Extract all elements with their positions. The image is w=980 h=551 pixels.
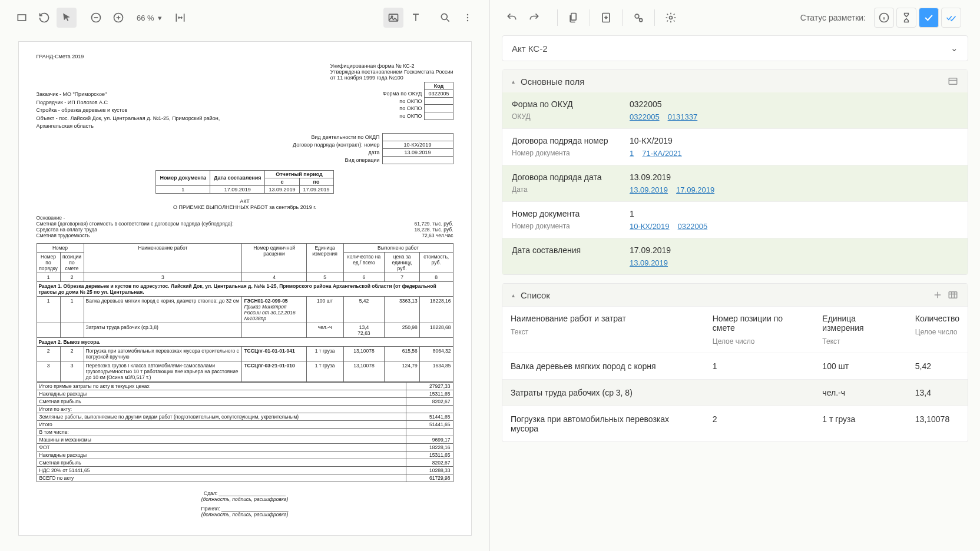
status-info-button[interactable] — [874, 8, 894, 28]
doc-main-table: Номер Наименование работ Номер единичной… — [37, 243, 453, 382]
field-name: Договора подряда номер — [512, 136, 618, 145]
list-cell: 100 шт — [814, 353, 906, 380]
list-cell: Валка деревьев мягких пород с корня — [502, 353, 704, 380]
zoom-in-button[interactable] — [108, 8, 128, 28]
field-name: Номер документа — [512, 209, 618, 218]
status-label: Статус разметки: — [800, 13, 866, 22]
svg-rect-0 — [18, 15, 25, 21]
list-cell — [704, 380, 815, 406]
doc-code-table: Код Форма по ОКУД0322005 по ОКПО по ОКПО… — [379, 82, 453, 120]
right-toolbar: Статус разметки: — [490, 0, 980, 35]
field-link[interactable]: 71-КА/2021 — [642, 149, 682, 158]
field-link[interactable]: 13.09.2019 — [630, 258, 668, 267]
field-row[interactable]: Номер документаНомер документа110-КХ/201… — [502, 201, 968, 238]
status-check-button[interactable] — [919, 8, 939, 28]
copy-doc-button[interactable] — [564, 8, 584, 28]
svg-rect-15 — [949, 78, 957, 85]
doc-totals-table: Итого прямые затраты по акту в текущих ц… — [37, 382, 453, 482]
search-button[interactable] — [435, 8, 455, 28]
ai-button[interactable] — [628, 8, 648, 28]
settings-button[interactable] — [661, 8, 681, 28]
document-page: ГРАНД-Смета 2019 Унифицированная форма №… — [18, 41, 472, 536]
undo-button[interactable] — [502, 8, 522, 28]
status-hourglass-button[interactable] — [896, 8, 916, 28]
list-header[interactable]: ▴ Список — [502, 284, 968, 307]
bbox-tool[interactable] — [12, 8, 32, 28]
field-value: 0322005 — [630, 99, 958, 109]
list-cell: 13,4 — [907, 380, 968, 406]
image-mode-button[interactable] — [383, 8, 403, 28]
layout-icon[interactable] — [948, 76, 958, 87]
add-row-button[interactable] — [932, 290, 943, 300]
svg-point-6 — [467, 14, 469, 16]
status-doublecheck-button[interactable] — [941, 8, 961, 28]
field-link[interactable]: 0322005 — [678, 222, 708, 231]
collapse-icon: ▴ — [512, 78, 515, 85]
list-column-header[interactable]: Номер позиции по сметеЦелое число — [704, 307, 815, 353]
list-column-header[interactable]: Наименование работ и затратТекст — [502, 307, 704, 353]
list-section: ▴ Список Наименование работ и затратТекс… — [502, 283, 968, 442]
main-fields-section: ▴ Основные поля Форма по ОКУДОКУД0322005… — [502, 69, 968, 275]
field-row[interactable]: Форма по ОКУДОКУД032200503220050131337 — [502, 92, 968, 128]
field-value: 17.09.2019 — [630, 245, 958, 255]
redo-button[interactable] — [524, 8, 544, 28]
field-sub: ОКУД — [512, 112, 618, 121]
pointer-tool[interactable] — [57, 8, 77, 28]
list-column-header[interactable]: КоличествоЦелое число — [907, 307, 968, 353]
list-column-header[interactable]: Единица измеренияТекст — [814, 307, 906, 353]
list-table: Наименование работ и затратТекстНомер по… — [502, 307, 968, 442]
list-cell: 1 т груза — [814, 406, 906, 442]
export-doc-button[interactable] — [596, 8, 616, 28]
svg-point-13 — [670, 16, 673, 19]
svg-rect-9 — [571, 14, 576, 21]
list-row[interactable]: Затраты труда рабочих (ср 3, 8)чел.-ч13,… — [502, 380, 968, 406]
svg-point-8 — [467, 20, 469, 22]
field-value: 10-КХ/2019 — [630, 136, 958, 145]
field-link[interactable]: 17.09.2019 — [676, 185, 714, 194]
field-sub: Номер документа — [512, 222, 618, 230]
document-viewport[interactable]: ГРАНД-Смета 2019 Унифицированная форма №… — [0, 35, 489, 551]
svg-point-7 — [467, 17, 469, 19]
rotate-tool[interactable] — [34, 8, 54, 28]
field-link[interactable]: 13.09.2019 — [630, 185, 668, 194]
field-link[interactable]: 0131337 — [668, 112, 698, 121]
table-view-button[interactable] — [948, 290, 958, 300]
text-mode-button[interactable] — [406, 8, 426, 28]
list-cell: 5,42 — [907, 353, 968, 380]
list-cell: чел.-ч — [814, 380, 906, 406]
field-value: 1 — [630, 209, 958, 218]
list-cell: 1 — [704, 353, 815, 380]
field-name: Форма по ОКУД — [512, 99, 618, 109]
field-row[interactable]: Дата составления17.09.201913.09.2019 — [502, 238, 968, 274]
zoom-select[interactable]: 66 % ▾ — [137, 14, 162, 22]
zoom-out-button[interactable] — [86, 8, 106, 28]
svg-point-11 — [635, 14, 639, 18]
list-cell: Затраты труда рабочих (ср 3, 8) — [502, 380, 704, 406]
main-fields-header[interactable]: ▴ Основные поля — [502, 70, 968, 92]
svg-point-5 — [441, 14, 447, 19]
fit-width-button[interactable] — [170, 8, 190, 28]
list-cell: 13,10078 — [907, 406, 968, 442]
list-cell: 2 — [704, 406, 815, 442]
field-link[interactable]: 0322005 — [630, 112, 660, 121]
field-row[interactable]: Договора подряда датаДата13.09.201913.09… — [502, 165, 968, 201]
left-toolbar: 66 % ▾ — [0, 0, 489, 35]
list-row[interactable]: Погрузка при автомобильных перевозках му… — [502, 406, 968, 442]
field-row[interactable]: Договора подряда номерНомер документа10-… — [502, 128, 968, 165]
list-cell: Погрузка при автомобильных перевозках му… — [502, 406, 704, 442]
field-sub: Дата — [512, 185, 618, 194]
field-name: Дата составления — [512, 245, 618, 255]
field-name: Договора подряда дата — [512, 172, 618, 182]
svg-rect-16 — [949, 292, 957, 298]
field-link[interactable]: 10-КХ/2019 — [630, 222, 670, 231]
doc-type-selector[interactable]: Акт КС-2 ⌄ — [502, 35, 968, 61]
list-row[interactable]: Валка деревьев мягких пород с корня1100 … — [502, 353, 968, 380]
field-value: 13.09.2019 — [630, 172, 958, 182]
collapse-icon: ▴ — [512, 292, 515, 298]
field-sub: Номер документа — [512, 149, 618, 157]
field-link[interactable]: 1 — [630, 149, 634, 158]
chevron-down-icon: ⌄ — [951, 43, 958, 54]
doc-software: ГРАНД-Смета 2019 — [37, 54, 453, 59]
more-button[interactable] — [458, 8, 478, 28]
